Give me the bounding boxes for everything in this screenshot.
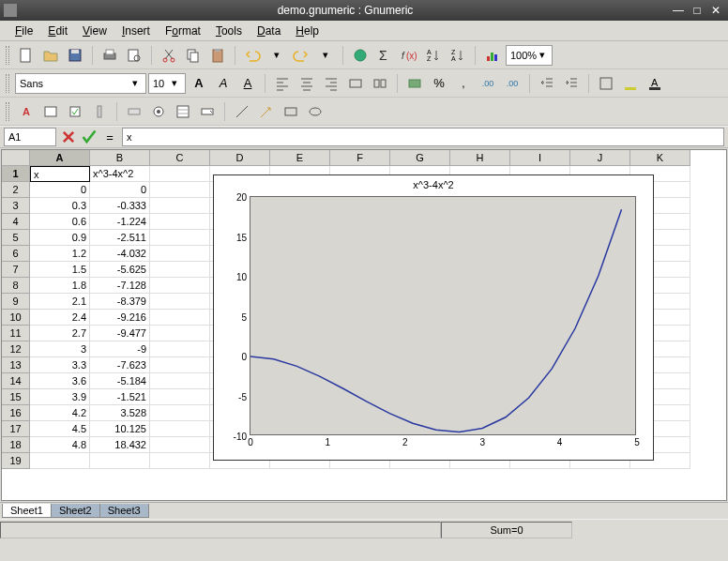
col-header[interactable]: F xyxy=(330,150,390,166)
row-header[interactable]: 7 xyxy=(2,262,30,278)
row-header[interactable]: 14 xyxy=(2,373,30,389)
print-preview-button[interactable] xyxy=(123,44,145,67)
cell[interactable] xyxy=(150,214,210,230)
cell[interactable] xyxy=(150,437,210,453)
col-header[interactable]: C xyxy=(150,150,210,166)
font-name-combo[interactable]: Sans▾ xyxy=(15,73,146,94)
cell[interactable] xyxy=(150,246,210,262)
cell[interactable] xyxy=(150,453,210,469)
col-header[interactable]: J xyxy=(570,150,630,166)
merge-button[interactable] xyxy=(344,72,367,95)
col-header[interactable]: B xyxy=(90,150,150,166)
line-tool[interactable] xyxy=(231,100,253,123)
row-header[interactable]: 3 xyxy=(2,198,30,214)
cut-button[interactable] xyxy=(158,44,180,67)
cell[interactable]: 10.125 xyxy=(90,421,150,437)
row-header[interactable]: 19 xyxy=(2,453,30,469)
merge-split-button[interactable] xyxy=(369,72,391,95)
cell[interactable] xyxy=(150,166,210,182)
row-header[interactable]: 8 xyxy=(2,278,30,294)
cell[interactable] xyxy=(150,198,210,214)
cell[interactable]: 4.2 xyxy=(30,405,90,421)
button-tool[interactable] xyxy=(123,100,145,123)
col-header[interactable]: I xyxy=(510,150,570,166)
cell[interactable]: -7.623 xyxy=(90,357,150,373)
row-header[interactable]: 9 xyxy=(2,294,30,310)
frame-tool[interactable] xyxy=(39,100,62,123)
cell[interactable] xyxy=(150,310,210,326)
maximize-button[interactable]: □ xyxy=(689,3,705,18)
inc-indent-button[interactable] xyxy=(560,72,583,95)
toolbar-handle[interactable] xyxy=(6,46,9,65)
cell[interactable]: -1.521 xyxy=(90,389,150,405)
close-button[interactable]: ✕ xyxy=(707,3,724,18)
cell[interactable] xyxy=(30,453,90,469)
label-tool[interactable]: A xyxy=(15,100,38,123)
col-header[interactable]: H xyxy=(450,150,510,166)
percent-button[interactable]: % xyxy=(428,72,450,95)
row-header[interactable]: 4 xyxy=(2,214,30,230)
thousands-button[interactable]: , xyxy=(452,72,475,95)
menu-view[interactable]: View xyxy=(75,23,114,39)
row-header[interactable]: 5 xyxy=(2,230,30,246)
cell[interactable] xyxy=(150,326,210,341)
save-button[interactable] xyxy=(64,44,86,67)
row-header[interactable]: 16 xyxy=(2,405,30,421)
sort-desc-button[interactable]: ZA xyxy=(447,44,469,67)
cell[interactable]: -9.477 xyxy=(90,326,150,341)
cell[interactable]: 3.9 xyxy=(30,389,90,405)
col-header[interactable]: A xyxy=(30,150,90,166)
font-size-combo[interactable]: 10▾ xyxy=(148,73,186,94)
cell[interactable]: 4.8 xyxy=(30,437,90,453)
accept-icon[interactable] xyxy=(81,126,98,148)
equals-icon[interactable]: = xyxy=(101,126,118,148)
zoom-combo[interactable]: 100%▾ xyxy=(506,45,553,66)
cell[interactable]: 1.8 xyxy=(30,278,90,294)
scrollbar-tool[interactable] xyxy=(88,100,111,123)
cell[interactable]: 18.432 xyxy=(90,437,150,453)
cell[interactable]: 2.1 xyxy=(30,294,90,310)
cell[interactable]: 1.2 xyxy=(30,246,90,262)
dec-decimal-button[interactable]: .00 xyxy=(501,72,523,95)
cell[interactable] xyxy=(150,357,210,373)
cell[interactable]: -9 xyxy=(90,341,150,357)
col-header[interactable]: G xyxy=(390,150,450,166)
row-header[interactable]: 1 xyxy=(2,166,30,182)
menu-help[interactable]: Help xyxy=(288,23,326,39)
cell[interactable]: 0.6 xyxy=(30,214,90,230)
ellipse-tool[interactable] xyxy=(304,100,326,123)
row-header[interactable]: 10 xyxy=(2,310,30,326)
new-button[interactable] xyxy=(15,44,38,67)
cell[interactable]: -5.625 xyxy=(90,262,150,278)
cell-reference-input[interactable] xyxy=(4,128,56,146)
align-center-button[interactable] xyxy=(296,72,318,95)
menu-data[interactable]: Data xyxy=(250,23,288,39)
cell[interactable]: 3.6 xyxy=(30,373,90,389)
cell[interactable]: -4.032 xyxy=(90,246,150,262)
col-header[interactable]: E xyxy=(270,150,330,166)
bgcolor-button[interactable] xyxy=(619,72,642,95)
menu-tools[interactable]: Tools xyxy=(208,23,250,39)
cell[interactable]: x^3-4x^2 xyxy=(90,166,150,182)
cell[interactable]: 3.3 xyxy=(30,357,90,373)
chart-button[interactable] xyxy=(481,44,504,67)
checkbox-tool[interactable] xyxy=(64,100,86,123)
cell[interactable]: -7.128 xyxy=(90,278,150,294)
cell[interactable]: 3 xyxy=(30,341,90,357)
cell[interactable]: 2.7 xyxy=(30,326,90,341)
toolbar-handle[interactable] xyxy=(6,102,9,121)
italic-button[interactable]: A xyxy=(212,72,235,95)
cell[interactable] xyxy=(150,389,210,405)
redo-button[interactable] xyxy=(290,44,312,67)
cell[interactable]: x xyxy=(30,166,90,182)
row-header[interactable]: 2 xyxy=(2,182,30,198)
cell[interactable]: 0 xyxy=(90,182,150,198)
hyperlink-button[interactable] xyxy=(349,44,372,67)
radio-tool[interactable] xyxy=(147,100,170,123)
cell[interactable] xyxy=(150,182,210,198)
tab-sheet3[interactable]: Sheet3 xyxy=(99,504,149,518)
tab-sheet1[interactable]: Sheet1 xyxy=(2,504,52,518)
formula-input[interactable] xyxy=(122,128,724,146)
undo-button[interactable] xyxy=(241,44,264,67)
inc-decimal-button[interactable]: .00 xyxy=(477,72,499,95)
